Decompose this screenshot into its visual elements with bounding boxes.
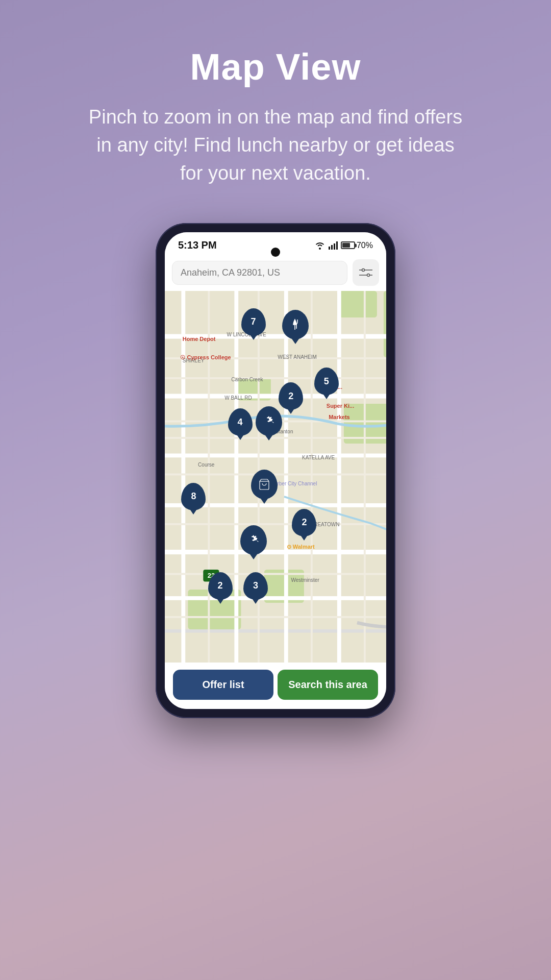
svg-rect-38 — [165, 616, 386, 618]
pin-body-7: 7 — [241, 308, 266, 336]
filter-icon — [359, 267, 372, 278]
battery-indicator: 70% — [341, 241, 373, 250]
search-bar-container: Anaheim, CA 92801, US — [165, 254, 386, 291]
filter-button[interactable] — [353, 259, 379, 286]
map-place-home-depot: Home Depot — [183, 336, 216, 342]
svg-rect-40 — [208, 291, 210, 663]
status-icons: 70% — [314, 241, 373, 250]
signal-icon — [329, 241, 338, 250]
map-place-super-ki: Super Ki... — [327, 403, 354, 409]
svg-point-7 — [367, 274, 370, 277]
svg-rect-0 — [329, 247, 330, 250]
fork-knife-icon — [289, 318, 302, 331]
map-pin-8[interactable]: 8 — [181, 483, 206, 510]
svg-rect-26 — [181, 291, 185, 663]
phone-frame: 5:13 PM — [156, 223, 395, 718]
map-place-walmart: ⊙ Walmart — [287, 544, 315, 550]
svg-rect-23 — [165, 550, 386, 554]
map-pin-2b[interactable]: 2 — [292, 509, 316, 536]
pin-icon-shopping — [251, 470, 278, 499]
svg-rect-43 — [364, 291, 366, 663]
search-area-button[interactable]: Search this area — [278, 670, 378, 700]
pin-body-3: 3 — [243, 572, 268, 600]
map-label-westminster: Westminster — [291, 577, 319, 583]
svg-rect-42 — [311, 291, 313, 663]
wifi-icon — [314, 241, 325, 250]
svg-rect-34 — [165, 437, 386, 439]
map-pin-plane2[interactable] — [240, 525, 267, 555]
pin-body-2b: 2 — [292, 509, 316, 536]
map-pin-shopping[interactable] — [251, 470, 278, 499]
svg-rect-28 — [284, 291, 288, 663]
map-label-ball-rd: W BALL RD — [224, 395, 252, 401]
status-time: 5:13 PM — [178, 239, 217, 251]
svg-rect-24 — [165, 596, 386, 600]
svg-rect-27 — [234, 291, 238, 663]
svg-rect-36 — [165, 523, 386, 525]
svg-rect-32 — [165, 377, 386, 379]
map-pin-plane1[interactable] — [256, 406, 282, 436]
svg-rect-25 — [165, 629, 386, 633]
plane-icon-2 — [247, 534, 260, 546]
svg-rect-1 — [331, 245, 333, 250]
map-label-carbon-creek: Carbon Creek — [231, 377, 263, 382]
battery-text: 70% — [357, 241, 373, 250]
battery-fill — [342, 243, 350, 248]
bottom-buttons: Offer list Search this area — [165, 663, 386, 709]
map-label-west-anaheim: WEST ANAHEIM — [278, 354, 317, 360]
svg-rect-29 — [337, 291, 341, 663]
map-pin-2a[interactable]: 2 — [279, 382, 303, 410]
map-pin-2c[interactable]: 2 — [208, 572, 233, 600]
page-title: Map View — [190, 46, 361, 88]
map-pin-3[interactable]: 3 — [243, 572, 268, 600]
pin-body-5: 5 — [314, 368, 339, 395]
bag-icon — [258, 478, 270, 491]
map-label-barber-channel: Barber City Channel — [271, 481, 317, 486]
search-input[interactable]: Anaheim, CA 92801, US — [172, 261, 347, 285]
svg-rect-11 — [337, 291, 377, 317]
svg-rect-21 — [165, 454, 386, 458]
pin-icon-plane1 — [256, 406, 282, 436]
svg-point-4 — [362, 269, 365, 272]
pin-body-8: 8 — [181, 483, 206, 510]
map-label-course: Course — [198, 462, 214, 468]
pin-body-2a: 2 — [279, 382, 303, 410]
phone-screen: 5:13 PM — [165, 232, 386, 709]
map-pin-restaurant[interactable] — [282, 310, 309, 339]
map-label-katella: KATELLA AVE — [302, 455, 335, 460]
page-subtitle: Pinch to zoom in on the map and find off… — [46, 103, 505, 187]
map-place-cypress-college: ☉ Cypress College — [180, 354, 231, 361]
map-pin-7[interactable]: 7 — [241, 308, 266, 336]
svg-rect-2 — [334, 243, 335, 250]
offer-list-button[interactable]: Offer list — [173, 670, 273, 700]
svg-rect-3 — [336, 241, 338, 250]
svg-rect-15 — [384, 291, 386, 357]
pin-icon-restaurant — [282, 310, 309, 339]
plane-icon-1 — [263, 415, 275, 427]
map-pin-4[interactable]: 4 — [228, 408, 253, 436]
camera-notch — [271, 248, 280, 257]
pin-body-2c: 2 — [208, 572, 233, 600]
map-pin-5[interactable]: 5 — [314, 368, 339, 395]
map-area[interactable]: 22 W LINCOLN AVE WEST ANAHEIM SHIRLEY W … — [165, 291, 386, 663]
map-place-markets: Markets — [329, 414, 350, 420]
pin-icon-plane2 — [240, 525, 267, 555]
pin-body-4: 4 — [228, 408, 253, 436]
battery-icon — [341, 241, 355, 249]
svg-rect-37 — [165, 573, 386, 575]
svg-rect-20 — [165, 394, 386, 399]
